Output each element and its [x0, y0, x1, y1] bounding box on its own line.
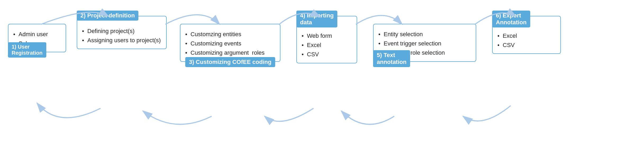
step4-list: Web form Excel CSV [302, 31, 352, 59]
step3-label: 3) Customizing COfEE coding [185, 57, 275, 67]
step6-box: 6) ExportAnnotation Excel CSV [492, 16, 561, 54]
step3-item-3: Customizing argument roles [185, 48, 275, 57]
step2-item-1: Defining project(s) [82, 26, 161, 36]
step2-label: 2) Project definition [77, 11, 138, 21]
step3-box: Customzing entities Customizing events C… [180, 24, 280, 62]
step6-list: Excel CSV [497, 31, 556, 50]
step1-item-1: Admin user [13, 30, 61, 39]
step1-group: Admin user Sub-user 1) UserRegistration [8, 24, 66, 52]
step4-item-3: CSV [302, 50, 352, 59]
step5-item-1: Entity selection [378, 30, 471, 39]
step2-group: 2) Project definition Defining project(s… [77, 16, 167, 49]
step6-item-1: Excel [497, 31, 556, 40]
step1-box: Admin user Sub-user 1) UserRegistration [8, 24, 66, 52]
step2-list: Defining project(s) Assigning users to p… [82, 26, 161, 45]
step1-label: 1) UserRegistration [8, 42, 46, 58]
step5-box: Entity selection Event trigger selection… [373, 24, 476, 62]
step4-item-1: Web form [302, 31, 352, 40]
step5-group: Entity selection Event trigger selection… [373, 24, 476, 62]
step4-group: 4) Importingdata Web form Excel CSV [296, 16, 357, 63]
step4-box: 4) Importingdata Web form Excel CSV [296, 16, 357, 63]
step2-box: 2) Project definition Defining project(s… [77, 16, 167, 49]
step4-item-2: Excel [302, 40, 352, 50]
step2-item-2: Assigning users to project(s) [82, 36, 161, 45]
step5-item-2: Event trigger selection [378, 39, 471, 48]
step3-list: Customzing entities Customizing events C… [185, 30, 275, 58]
step6-group: 6) ExportAnnotation Excel CSV [492, 16, 561, 54]
step3-item-1: Customzing entities [185, 30, 275, 39]
step6-item-2: CSV [497, 40, 556, 50]
step3-item-2: Customizing events [185, 39, 275, 48]
step4-label: 4) Importingdata [296, 11, 337, 27]
step5-label: 5) Textannotation [373, 50, 410, 67]
diagram-container: Admin user Sub-user 1) UserRegistration … [0, 0, 644, 168]
step3-group: Customzing entities Customizing events C… [180, 24, 280, 62]
step6-label: 6) ExportAnnotation [492, 11, 530, 27]
